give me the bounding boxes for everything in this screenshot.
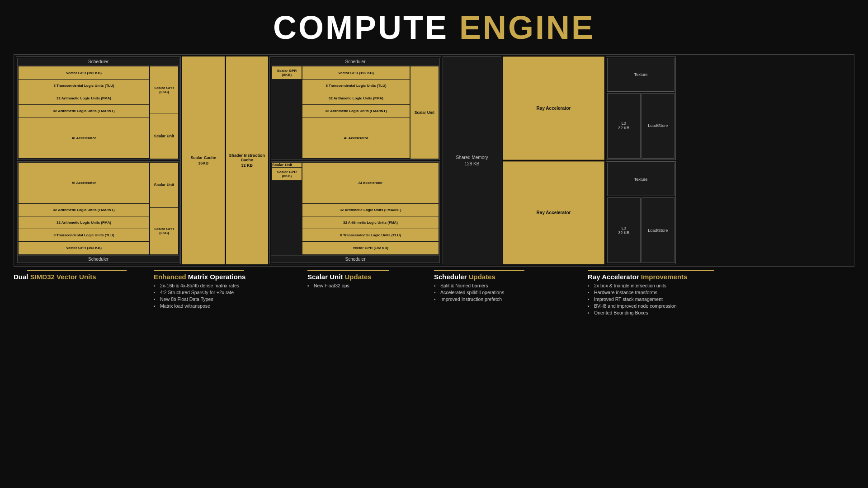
simd2-lower-body: Scalar Unit Scalar GPR (8KB) AI Accelera… [271, 162, 439, 256]
simd1-lower-vector-gpr: Vector GPR (192 KB) [19, 242, 149, 254]
texture-lower: Texture [607, 163, 675, 197]
simd1-upper-scalar-unit: Scalar Unit [150, 113, 178, 158]
ann4-item-3: Improved Instruction prefetch [434, 296, 588, 302]
l0-lower: L0 32 KB [607, 197, 641, 263]
annotation-scalar: Scalar Unit Updates New Float32 ops [307, 270, 434, 290]
simd2-upper-col-main: Vector GPR (192 KB) 8 Transcendental Log… [302, 66, 410, 159]
ann4-item-1: Split & Named barriers [434, 283, 588, 288]
simd1-lower-fma: 32 Arithmetic Logic Units (FMA) [19, 216, 149, 229]
simd1-lower-tlu: 8 Transcendental Logic Units (TLU) [19, 229, 149, 241]
simd1-upper-fma-int: 32 Arithmetic Logic Units (FMA/INT) [19, 105, 149, 117]
ann5-item-1: 2x box & triangle intersection units [588, 283, 782, 288]
simd2-lower-col-main: AI Accelerator 32 Arithmetic Logic Units… [302, 163, 439, 255]
title-compute: COMPUTE [273, 9, 448, 46]
ray-accelerator-upper: Ray Accelerator [503, 56, 604, 160]
shared-memory-size: 128 KB [465, 161, 480, 166]
simd1-lower-col-side: Scalar Unit Scalar GPR (8KB) [150, 163, 178, 255]
simd2-upper-scalar-gpr-col: Scalar GPR (8KB) [272, 66, 302, 159]
simd1-upper-fma: 32 Arithmetic Logic Units (FMA) [19, 92, 149, 104]
ann3-title: Scalar Unit Updates [307, 273, 434, 281]
ann2-item-1: 2x-16b & 4x-8b/4b dense matrix rates [154, 283, 307, 288]
simd2-lower-scalar-gpr-col: Scalar Unit Scalar GPR (8KB) [272, 163, 302, 255]
simd2-lower-fma: 32 Arithmetic Logic Units (FMA) [302, 216, 439, 229]
ann3-list: New Float32 ops [307, 283, 434, 290]
simd2-upper-body: Scalar GPR (8KB) Vector GPR (192 KB) 8 T… [271, 66, 439, 160]
simd2-upper-block: Scheduler Scalar GPR (8KB) Vector GPR (1… [271, 58, 440, 160]
simd1-lower-block: AI Accelerator 32 Arithmetic Logic Units… [17, 161, 179, 263]
ray-accelerator-section: Ray Accelerator Ray Accelerator [503, 56, 604, 264]
simd1-lower-scalar-unit: Scalar Unit [150, 163, 178, 207]
ann5-title: Ray Accelerator Improvements [588, 273, 782, 281]
simd2-lower-scheduler-label: Scheduler [271, 255, 439, 263]
scalar-cache-col: Scalar Cache 16KB [182, 56, 225, 264]
simd2-upper-scalar-gpr: Scalar GPR (8KB) [272, 66, 302, 79]
simd1-upper-tlu: 8 Transcendental Logic Units (TLU) [19, 80, 149, 92]
simd1-upper-ai: AI Accelerator [19, 117, 149, 158]
dual-simd-blocks: Scheduler Vector GPR (192 KB) 8 Transcen… [16, 56, 181, 264]
right-simd-section: Scheduler Scalar GPR (8KB) Vector GPR (1… [269, 56, 441, 264]
simd2-upper-tlu: 8 Transcendental Logic Units (TLU) [302, 80, 410, 92]
ann4-title: Scheduler Updates [434, 273, 588, 281]
simd2-lower-scalar-unit-col: Scalar Unit [272, 163, 302, 167]
simd2-lower-vector-gpr: Vector GPR (192 KB) [302, 242, 439, 254]
simd2-upper-vector-gpr: Vector GPR (192 KB) [302, 66, 410, 79]
simd2-lower-scalar-gpr: Scalar GPR (8KB) [272, 168, 302, 180]
shader-cache-block: Shader Instruction Cache 32 KB [226, 56, 269, 264]
simd2-upper-fma: 32 Arithmetic Logic Units (FMA) [302, 92, 410, 104]
ann4-item-2: Accelerated spill/fill operations [434, 290, 588, 295]
ann3-item-1: New Float32 ops [307, 283, 434, 288]
right-dual-simd-blocks: Scheduler Scalar GPR (8KB) Vector GPR (1… [269, 56, 441, 264]
shared-memory-label: Shared Memory [456, 155, 488, 160]
simd1-lower-scheduler-label: Scheduler [18, 255, 179, 263]
right-extras-section: Texture L0 32 KB Load/Store Texture L0 3… [606, 56, 676, 264]
annotation-simd: Dual SIMD32 Vector Units [14, 270, 154, 283]
simd2-upper-ai: AI Accelerator [302, 117, 410, 158]
simd1-lower-col-main: AI Accelerator 32 Arithmetic Logic Units… [19, 163, 149, 255]
annotation-scheduler: Scheduler Updates Split & Named barriers… [434, 270, 588, 303]
title-area: COMPUTE ENGINE [273, 9, 595, 46]
ann1-title: Dual SIMD32 Vector Units [14, 273, 154, 281]
page-title: COMPUTE ENGINE [273, 9, 595, 46]
simd1-upper-vector-gpr: Vector GPR (192 KB) [19, 66, 149, 79]
simd1-upper-scalar-gpr: Scalar GPR (8KB) [150, 66, 178, 113]
simd1-upper-col-main: Vector GPR (192 KB) 8 Transcendental Log… [19, 66, 149, 159]
ann2-list: 2x-16b & 4x-8b/4b dense matrix rates 4:2… [154, 283, 307, 310]
shared-memory-section: Shared Memory 128 KB [443, 56, 501, 264]
page: COMPUTE ENGINE Scheduler Vector GPR (192… [0, 0, 868, 488]
shader-cache-col: Shader Instruction Cache 32 KB [226, 56, 269, 264]
annotation-ray: Ray Accelerator Improvements 2x box & tr… [588, 270, 782, 317]
simd2-upper-col-side: Scalar Unit [410, 66, 439, 159]
ann2-item-4: Matrix load w/transpose [154, 303, 307, 309]
load-store-upper: Load/Store [642, 93, 675, 159]
ann2-item-3: New 8b Float Data Types [154, 296, 307, 302]
l0-loadstore-upper: L0 32 KB Load/Store [607, 93, 675, 159]
extras-lower: Texture L0 32 KB Load/Store [606, 161, 676, 265]
ann5-item-2: Hardware instance transforms [588, 290, 782, 295]
load-store-lower: Load/Store [642, 197, 675, 263]
simd1-lower-ai: AI Accelerator [19, 163, 149, 203]
simd1-upper-scheduler-label: Scheduler [18, 58, 179, 66]
ray-accelerator-lower: Ray Accelerator [503, 161, 604, 265]
simd2-upper-scheduler-label: Scheduler [271, 58, 439, 66]
shared-memory-block: Shared Memory 128 KB [443, 56, 501, 264]
simd2-upper-fma-int: 32 Arithmetic Logic Units (FMA/INT) [302, 105, 410, 117]
middle-caches: Scalar Cache 16KB Shader Instruction Cac… [182, 56, 268, 264]
l0-loadstore-lower: L0 32 KB Load/Store [607, 197, 675, 263]
simd1-upper-body: Vector GPR (192 KB) 8 Transcendental Log… [18, 66, 179, 160]
simd2-lower-fma-int: 32 Arithmetic Logic Units (FMA/INT) [302, 204, 439, 216]
simd1-lower-fma-int: 32 Arithmetic Logic Units (FMA/INT) [19, 204, 149, 216]
simd1-upper-col-side: Scalar GPR (8KB) Scalar Unit [150, 66, 178, 159]
ann5-list: 2x box & triangle intersection units Har… [588, 283, 782, 317]
texture-upper: Texture [607, 58, 675, 92]
simd2-lower-ai: AI Accelerator [302, 163, 439, 203]
ann4-list: Split & Named barriers Accelerated spill… [434, 283, 588, 303]
scalar-cache-block: Scalar Cache 16KB [182, 56, 225, 264]
ann5-item-3: Improved RT stack management [588, 296, 782, 302]
simd1-upper-block: Scheduler Vector GPR (192 KB) 8 Transcen… [17, 58, 179, 160]
title-engine: ENGINE [459, 9, 595, 46]
simd1-lower-scalar-gpr: Scalar GPR (8KB) [150, 208, 178, 254]
left-simd-section: Scheduler Vector GPR (192 KB) 8 Transcen… [16, 56, 181, 264]
ann2-item-2: 4:2 Structured Sparsity for +2x rate [154, 290, 307, 295]
simd2-lower-block: Scalar Unit Scalar GPR (8KB) AI Accelera… [271, 161, 440, 263]
simd2-lower-tlu: 8 Transcendental Logic Units (TLU) [302, 229, 439, 241]
